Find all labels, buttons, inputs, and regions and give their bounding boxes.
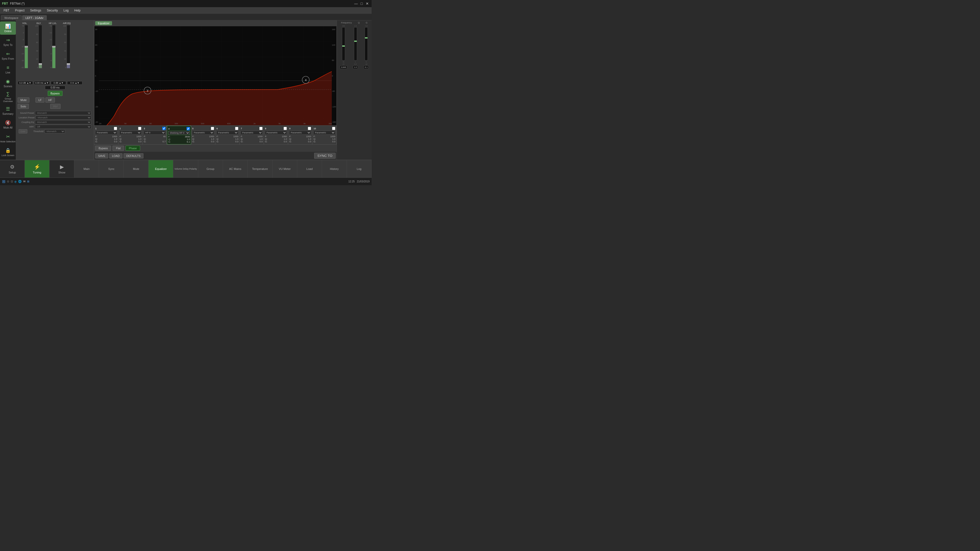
taskbar-taskview-icon[interactable]: ⊡: [11, 180, 13, 183]
q-slider-track[interactable]: [354, 27, 357, 60]
g-slider-track[interactable]: [365, 27, 368, 60]
close-btn[interactable]: ✕: [365, 1, 369, 6]
bypass-button[interactable]: Bypass: [48, 91, 62, 96]
nav-log[interactable]: Log: [347, 160, 372, 178]
nav-setup[interactable]: ⚙ Setup: [0, 160, 25, 178]
eq-save-button[interactable]: SAVE: [95, 153, 108, 159]
eq-flat-button[interactable]: Flat: [113, 146, 124, 151]
sidebar-item-scenes[interactable]: ◉ Scenes: [0, 76, 16, 90]
workspace-tab-1[interactable]: LEFT - 1GAdv: [22, 15, 47, 20]
eq-band-3-check[interactable]: [162, 127, 165, 130]
sidebar-item-summary[interactable]: ☰ Summary: [0, 104, 16, 118]
titlebar-controls[interactable]: — □ ✕: [354, 1, 369, 6]
nav-acmains[interactable]: AC Mains: [223, 160, 248, 178]
nav-history[interactable]: History: [322, 160, 347, 178]
hf-button[interactable]: HF: [45, 97, 55, 103]
workspace-tab-0[interactable]: Workspace: [1, 15, 22, 20]
solo-button[interactable]: Solo: [18, 104, 29, 109]
nav-main[interactable]: Main: [74, 160, 99, 178]
minimize-btn[interactable]: —: [354, 1, 358, 6]
hflvl-value[interactable]: 0 dB ▲▼: [51, 81, 66, 85]
hflvl-fader-track[interactable]: [52, 25, 56, 68]
sidebar-item-mutesel[interactable]: ✂ Mute Selection: [0, 132, 16, 145]
nav-show[interactable]: ▶ Show: [49, 160, 74, 178]
eq-band-10-check[interactable]: [332, 127, 335, 130]
eq-band-1-type[interactable]: Parametric: [95, 130, 117, 135]
sidebar-item-syncto[interactable]: ⇒ Sync To: [0, 35, 16, 48]
lf-button[interactable]: LF: [35, 97, 45, 103]
nav-sync[interactable]: Sync: [99, 160, 124, 178]
sidebar-item-syncfrom[interactable]: ⇐ Sync From: [0, 49, 16, 62]
eq-band-2-type[interactable]: Parametric: [119, 130, 142, 135]
sound-preset-select[interactable]: Mismatch: [35, 111, 91, 115]
menu-project[interactable]: Project: [13, 8, 27, 13]
eq-band-4-check[interactable]: [186, 127, 190, 130]
sidebar-item-live[interactable]: ≡ Live: [0, 63, 16, 76]
taskbar-app-icon[interactable]: ⊞: [27, 180, 29, 183]
eq-graph-container[interactable]: 30 20 10 0 -10 -20 -30 180 120 60 0 -60 …: [94, 26, 337, 125]
nav-equalizer[interactable]: Equalizer: [148, 160, 173, 178]
location-preset-select[interactable]: Mismatch: [36, 116, 92, 120]
eq-load-button[interactable]: LOAD: [109, 153, 123, 159]
maximize-btn[interactable]: □: [360, 1, 364, 6]
eq-band-5-type[interactable]: Parametric: [192, 130, 214, 135]
dly-value[interactable]: 0.00 ms ▲▼: [34, 81, 50, 85]
aireq-fader-track[interactable]: [67, 25, 70, 68]
taskbar-mail-icon[interactable]: ✉: [23, 180, 25, 183]
taskbar-cortana-icon[interactable]: ⊙: [7, 180, 9, 183]
hflvl-fader-thumb[interactable]: [52, 46, 56, 48]
aireq-value[interactable]: 0 m ▲▼: [67, 81, 83, 85]
threshold-select[interactable]: Mismatch: [45, 129, 65, 133]
g-slider-thumb[interactable]: [365, 37, 368, 38]
dly-fader-thumb[interactable]: [39, 63, 42, 65]
eq-band-5-check[interactable]: [211, 127, 214, 130]
vol-fader-track[interactable]: [24, 25, 28, 68]
nav-temperature[interactable]: Temperature: [248, 160, 272, 178]
nav-tuning[interactable]: ⚡ Tuning: [25, 160, 49, 178]
menu-log[interactable]: Log: [61, 8, 71, 13]
eq-phase-button[interactable]: Phase: [126, 146, 140, 151]
eq-band-1-check[interactable]: [114, 127, 117, 130]
windows-start-icon[interactable]: ⊞: [2, 179, 5, 184]
eq-sync-to-button[interactable]: SYNC TO: [314, 153, 336, 159]
eq-band-7-type[interactable]: Parametric: [241, 130, 262, 135]
delay-ms-value[interactable]: 0.00 ms: [45, 86, 65, 89]
nav-mute[interactable]: Mute: [124, 160, 148, 178]
dly-fader-track[interactable]: [38, 25, 42, 68]
mute-button[interactable]: Mute: [18, 97, 29, 103]
eq-band-6-check[interactable]: [235, 127, 239, 130]
aireq-fader-thumb[interactable]: [67, 63, 70, 65]
q-slider-thumb[interactable]: [354, 41, 357, 42]
inv-button[interactable]: INV: [50, 104, 60, 109]
eq-band-4-type[interactable]: Shelving HP II: [168, 131, 190, 135]
taskbar-ie-icon[interactable]: e: [14, 179, 17, 184]
equalizer-tab[interactable]: Equalizer: [95, 21, 112, 25]
eq-band-8-check[interactable]: [283, 127, 287, 130]
nav-group[interactable]: Group: [198, 160, 223, 178]
vol-value[interactable]: 0,0 dB ▲▼: [18, 81, 33, 85]
sidebar-item-muteall[interactable]: 🔇 Mute All: [0, 118, 16, 131]
freq-slider-thumb[interactable]: [342, 45, 345, 47]
eq-defaults-button[interactable]: DEFAULTS: [124, 153, 143, 159]
menu-settings[interactable]: Settings: [27, 8, 44, 13]
menu-security[interactable]: Security: [44, 8, 60, 13]
eq-bypass-button[interactable]: Bypass: [95, 146, 111, 151]
eq-band-10-type[interactable]: Parametric: [313, 130, 335, 135]
taskbar-edge-icon[interactable]: 🌐: [18, 180, 22, 183]
nav-load[interactable]: Load: [298, 160, 322, 178]
sidebar-item-group[interactable]: ∑ Group Overview: [0, 90, 16, 103]
q-value-display[interactable]: 1.0: [353, 65, 358, 69]
eq-band-7-check[interactable]: [259, 127, 262, 130]
menu-help[interactable]: Help: [72, 8, 83, 13]
g-value-display[interactable]: 6.1: [364, 65, 369, 69]
eq-band-9-check[interactable]: [308, 127, 311, 130]
freq-value-display[interactable]: 3.846: [340, 65, 347, 69]
eq-band-3-type[interactable]: HP II: [144, 130, 165, 135]
gate-button[interactable]: Gate: [19, 129, 27, 133]
sidebar-item-online[interactable]: 📊 Online: [0, 21, 16, 35]
coupling-eq-select[interactable]: Mismatch: [35, 120, 91, 124]
freq-slider-track[interactable]: [342, 27, 345, 60]
eq-band-8-type[interactable]: Parametric: [265, 130, 287, 135]
hpf-select[interactable]: Off: [35, 125, 91, 129]
eq-band-6-type[interactable]: Parametric: [216, 130, 239, 135]
